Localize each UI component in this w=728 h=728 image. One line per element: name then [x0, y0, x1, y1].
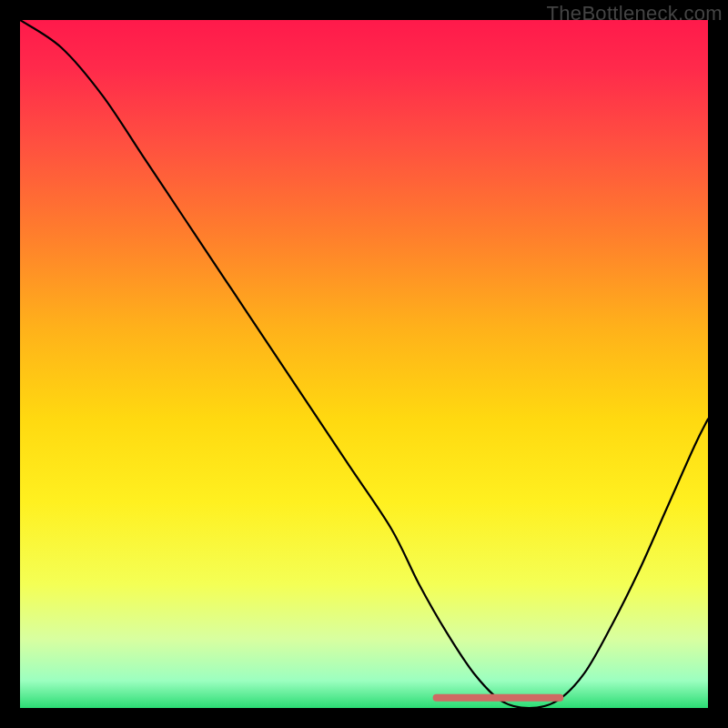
chart-svg [20, 20, 708, 708]
optimal-range-marker [433, 694, 564, 702]
gradient-background [20, 20, 708, 708]
watermark-label: TheBottleneck.com [547, 2, 723, 25]
chart-frame [20, 20, 708, 708]
plot-area [20, 20, 708, 708]
